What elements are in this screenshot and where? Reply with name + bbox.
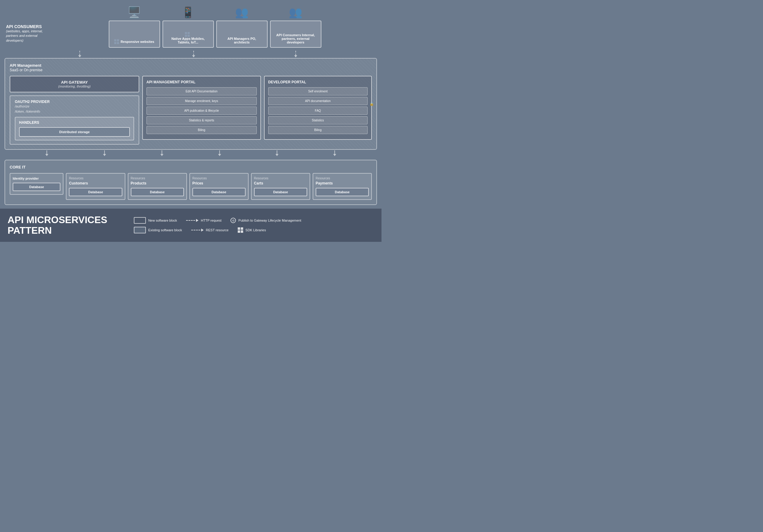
sdk-icon-responsive [114,39,119,44]
resource-box-carts: Resources Carts Database [251,173,310,200]
dev-portal-column: DEVELOPER PORTAL Self enrolment API docu… [264,76,372,140]
payments-name: Payments [316,181,369,185]
payments-label: Resources [316,177,369,180]
legend-existing-block: Existing software block [134,227,182,233]
main-container: API CONSUMERS (websites, apps, internal,… [0,0,382,242]
customers-label: Resources [69,177,122,180]
dev-portal-box: DEVELOPER PORTAL Self enrolment API docu… [264,76,372,140]
dev-portal-item-4: Biling [268,126,368,134]
publish-label: Publish to Gateway Lifecycle Management [238,219,301,222]
gateway-column: API GATEWAY (monitoring, throttling) 🔒 O… [10,76,139,145]
consumers-icon: 👥 [289,6,302,19]
existing-block-icon [134,227,146,233]
arrowhead-3 [294,55,297,57]
gateway-subtitle: (monitoring, throttling) [15,85,134,88]
top-section: API CONSUMERS (websites, apps, internal,… [0,0,382,51]
carts-label: Resources [254,177,307,180]
sdk-label: SDK Libraries [246,228,266,232]
arrow-carts [275,150,278,156]
new-block-icon [134,217,146,224]
portal-item-2: API publication & lifecycle [147,107,257,115]
api-mgmt-label: API Management SaaS or On premise [10,63,372,72]
dashed-v2 [193,51,194,55]
legend-row-1: New software block HTTP request Publish … [134,217,374,224]
arrow-customers [103,150,106,156]
customers-db: Database [69,188,122,196]
resource-box-products: Resources Products Database [128,173,187,200]
core-it-section: CORE IT Identity provider Database Resou… [5,160,377,205]
resource-box-customers: Resources Customers Database [66,173,125,200]
dev-portal-item-0: Self enrolment [268,87,368,95]
api-consumers-label: API CONSUMERS (websites, apps, internal,… [6,6,54,43]
legend-row-2: Existing software block REST resource SD… [134,227,374,233]
oauth-box: OAUTH2 PROVIDER /authorize /token, /toke… [10,95,139,145]
gateway-title: API GATEWAY [15,80,134,85]
resource-box-payments: Resources Payments Database [313,173,372,200]
api-consumers-subtitle: (websites, apps, internal, partners and … [6,29,54,43]
consumer-box-managers: API Managers PO, architects [216,21,268,48]
handlers-title: HANDLERS [19,121,130,125]
consumer-box-external: API Consumers Internal, partners, extern… [270,21,321,48]
sdk-icon-legend [238,227,243,233]
arrow-prices [218,150,221,156]
bottom-section: API MICROSERVICES PATTERN New software b… [0,209,382,242]
core-it-label: CORE IT [10,165,372,169]
legend-new-block: New software block [134,217,177,224]
connector-area-mid [0,150,382,156]
api-consumers-title: API CONSUMERS [6,24,54,29]
arrow-managers [192,51,195,57]
rest-label: REST resource [206,228,229,232]
handlers-box: HANDLERS Distributed storage [15,117,134,140]
oauth-detail1: /authorize [15,104,134,109]
native-apps-text: Native Apps Mobiles, Tablets, IoT... [167,37,210,44]
new-block-label: New software block [148,219,177,222]
arrow-products [161,150,164,156]
legend-sdk: SDK Libraries [238,227,266,233]
dev-portal-item-1: API documentation [268,97,368,105]
dev-portal-title: DEVELOPER PORTAL [268,80,368,84]
arrow-identity [45,150,48,156]
api-managers-text: API Managers PO, architects [221,37,264,44]
portal-item-1: Manage enrolment, keys [147,97,257,105]
legend-rest-arrow: REST resource [191,228,229,232]
distributed-storage-box: Distributed storage [19,127,130,137]
core-it-inner: Identity provider Database Resources Cus… [10,173,372,200]
lock-icon: 🔒 [370,102,374,106]
mobile-icon: 📱 [181,6,195,19]
arrowhead-2 [192,55,195,57]
consumer-boxes: 🖥️ Responsive websites 📱 [54,6,376,48]
api-mgmt-section: API Management SaaS or On premise API GA… [5,58,377,150]
arrowhead-4 [45,154,48,156]
products-db: Database [131,188,184,196]
rest-arrow-icon [191,228,204,231]
legend-http-arrow: HTTP request [186,219,221,222]
portal-item-4: Biling [147,126,257,134]
products-label: Resources [131,177,184,180]
connector-area-top [0,51,382,57]
gateway-box: API GATEWAY (monitoring, throttling) 🔒 [10,76,139,92]
consumer-box-responsive: Responsive websites [109,21,160,48]
portal-item-3: Statistics & reports [147,116,257,125]
oauth-title: OAUTH2 PROVIDER [15,100,134,104]
existing-block-label: Existing software block [148,228,182,232]
carts-name: Carts [254,181,307,185]
customers-name: Customers [69,181,122,185]
arrow-payments [333,150,336,156]
portal-item-0: Edit API Documentation [147,87,257,95]
sdk-icon-native [185,32,190,37]
distributed-storage-text: Distributed storage [59,130,90,134]
managers-icon: 👥 [235,6,249,19]
prices-label: Resources [192,177,246,180]
payments-db: Database [316,188,369,196]
arrow-consumers-ext [294,51,297,57]
api-consumers-ext-text: API Consumers Internal, partners, extern… [274,33,317,44]
legend-items: New software block HTTP request Publish … [134,217,374,233]
api-mgmt-inner: API GATEWAY (monitoring, throttling) 🔒 O… [10,76,372,145]
api-portal-box: API MANAGEMENT PORTAL Edit API Documenta… [142,76,261,140]
identity-title: Identity provider [13,177,60,180]
responsive-websites-label: Responsive websites [114,39,154,44]
identity-box: Identity provider Database [10,173,63,195]
api-portal-column: API MANAGEMENT PORTAL Edit API Documenta… [142,76,261,140]
legend-publish: Publish to Gateway Lifecycle Management [231,218,301,223]
resource-box-prices: Resources Prices Database [189,173,249,200]
